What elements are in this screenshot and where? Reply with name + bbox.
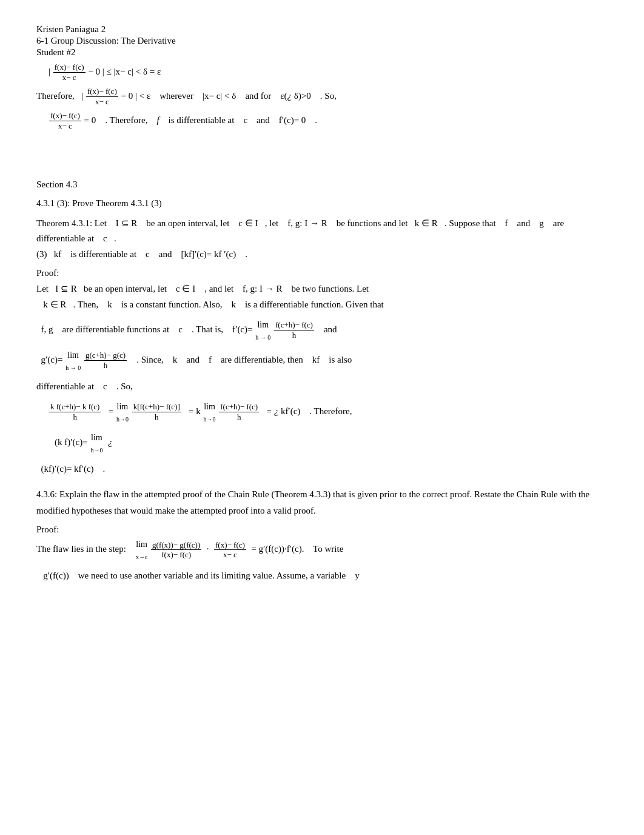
proof-p4: differentiable at c . So,	[36, 378, 608, 394]
frac-chain2: f(x)− f(c) x− c	[214, 540, 246, 560]
lim-flaw: lim x→c	[136, 537, 147, 563]
header-section: Kristen Paniagua 2 6-1 Group Discussion:…	[36, 24, 608, 58]
lim5: lim h→0	[90, 430, 102, 456]
top-math-expression: | f(x)− f(c) x− c − 0 | ≤ |x− c| < δ = ε	[49, 62, 608, 82]
proof-label-1: Proof:	[36, 268, 608, 278]
fraction-limit-zero: f(x)− f(c) x− c	[49, 111, 81, 130]
section-heading: Section 4.3	[36, 179, 608, 190]
theorem-part3: (3) kf is differentiable at c and [kf]′(…	[36, 249, 247, 259]
lim3: lim h→0	[116, 399, 129, 425]
proof-body-1: Let I ⊆ R be an open interval, let c ∈ I…	[36, 281, 608, 477]
frac-kf3: f(c+h)− f(c) h	[219, 402, 259, 421]
kf-limit-expression: k f(c+h)− k f(c) h = lim h→0 k[f(c+h)− f…	[49, 399, 608, 425]
frac-kf2: k[f(c+h)− f(c)] h	[132, 402, 181, 421]
problem-4-3-1-title: 4.3.1 (3): Prove Theorem 4.3.1 (3)	[36, 198, 608, 209]
frac-fprime: f(c+h)− f(c) h	[274, 320, 314, 340]
limit-zero-expression: f(x)− f(c) x− c = 0 . Therefore, f is di…	[49, 111, 608, 130]
frac-chain1: g(f(x))− g(f(c)) f(x)− f(c)	[151, 540, 201, 560]
author-name: Kristen Paniagua 2	[36, 24, 608, 35]
flaw-p1: The flaw lies in the step: lim x→c g(f(x…	[36, 537, 608, 563]
proof-body-2: The flaw lies in the step: lim x→c g(f(x…	[36, 537, 608, 583]
flaw-p2: g′(f(c)) we need to use another variable…	[36, 568, 608, 583]
lim4: lim h→0	[203, 399, 215, 425]
proof-p3: g′(c)= lim h → 0 g(c+h)− g(c) h . Since,…	[36, 348, 608, 374]
therefore-paragraph: Therefore, | f(x)− f(c) x− c − 0 | < ε w…	[36, 87, 608, 106]
kf-therefore: (k f)′(c)= lim h→0 ¿	[55, 430, 608, 456]
theorem-text: Theorem 4.3.1: Let I ⊆ R be an open inte…	[36, 218, 564, 244]
theorem-statement: Theorem 4.3.1: Let I ⊆ R be an open inte…	[36, 216, 608, 263]
abs-open2: |	[81, 91, 83, 101]
proof-conclusion-kf: (kf)′(c)= kf′(c) .	[36, 461, 608, 477]
course-title: 6-1 Group Discussion: The Derivative	[36, 36, 608, 46]
abs-open: |	[49, 67, 50, 76]
problem-4-3-6-title: 4.3.6: Explain the flaw in the attempted…	[36, 486, 608, 518]
proof-p1: Let I ⊆ R be an open interval, let c ∈ I…	[36, 281, 608, 313]
student-number: Student #2	[36, 47, 608, 58]
proof-label-2: Proof:	[36, 525, 608, 535]
lim2: lim h → 0	[65, 348, 81, 374]
fraction-therefore: f(x)− f(c) x− c	[86, 87, 118, 106]
proof-p2: f, g are differentiable functions at c .…	[36, 318, 608, 343]
frac-gprime: g(c+h)− g(c) h	[84, 350, 127, 370]
fraction-top: f(x)− f(c) x− c	[53, 62, 86, 82]
lim1: lim h → 0	[255, 318, 270, 343]
frac-kf1: k f(c+h)− k f(c) h	[49, 402, 101, 421]
